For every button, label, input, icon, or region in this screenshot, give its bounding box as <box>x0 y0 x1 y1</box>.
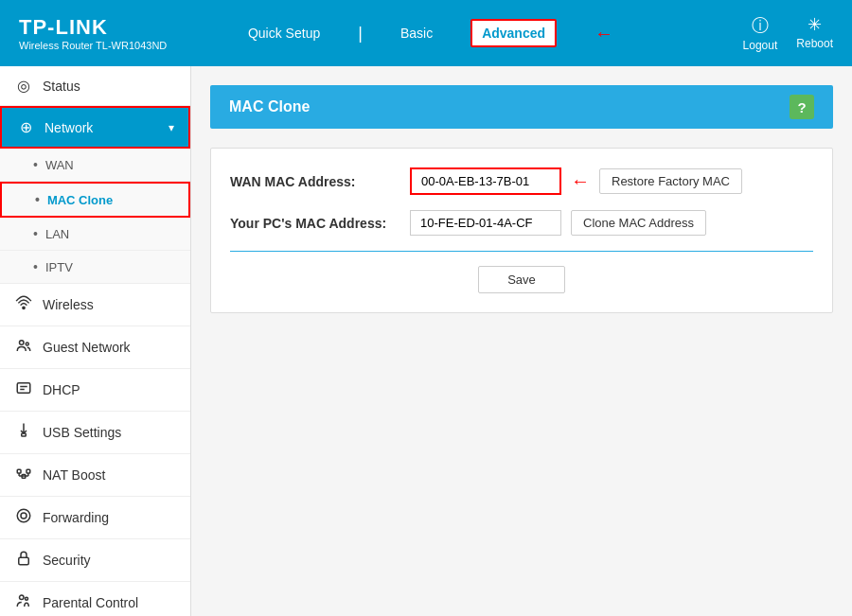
network-sub-items: WAN MAC Clone LAN IPTV <box>0 149 190 284</box>
sidebar-item-usb-settings[interactable]: USB Settings <box>0 412 190 454</box>
logout-icon: ⓘ <box>752 14 769 37</box>
sidebar-usb-label: USB Settings <box>43 425 176 440</box>
save-button[interactable]: Save <box>478 266 565 293</box>
usb-icon <box>14 422 33 443</box>
sidebar-item-parental-control[interactable]: Parental Control <box>0 582 190 616</box>
clone-mac-button[interactable]: Clone MAC Address <box>571 210 706 236</box>
logo-sub: Wireless Router TL-WR1043ND <box>19 40 167 51</box>
pc-mac-row: Your PC's MAC Address: Clone MAC Address <box>230 210 813 236</box>
sidebar-item-network[interactable]: ⊕ Network ▾ <box>0 106 190 149</box>
svg-point-1 <box>20 341 25 345</box>
page-title: MAC Clone <box>229 98 310 115</box>
sidebar-network-label: Network <box>44 120 159 135</box>
status-icon: ◎ <box>14 77 33 95</box>
layout: ◎ Status ⊕ Network ▾ WAN MAC Clone LAN I… <box>0 66 852 616</box>
chevron-down-icon: ▾ <box>169 121 174 134</box>
page-title-bar: MAC Clone ? <box>210 85 833 129</box>
nav-basic[interactable]: Basic <box>391 21 442 45</box>
iptv-label: IPTV <box>45 260 73 274</box>
sidebar-guest-network-label: Guest Network <box>43 340 176 355</box>
advanced-arrow-icon: ← <box>595 23 613 44</box>
svg-point-0 <box>23 307 25 308</box>
svg-point-18 <box>26 597 28 600</box>
nav-links: Quick Setup | Basic Advanced ← <box>239 19 613 47</box>
logout-button[interactable]: ⓘ Logout <box>743 14 778 52</box>
svg-point-15 <box>21 513 27 519</box>
sidebar-nat-label: NAT Boost <box>43 467 176 483</box>
forwarding-icon <box>14 507 33 528</box>
lan-label: LAN <box>45 227 69 241</box>
logo-area: TP-LINK Wireless Router TL-WR1043ND <box>19 15 167 51</box>
wan-mac-input[interactable] <box>410 167 561 195</box>
sidebar-item-dhcp[interactable]: DHCP <box>0 369 190 412</box>
sidebar-item-guest-network[interactable]: Guest Network <box>0 326 190 369</box>
sidebar-item-wan[interactable]: WAN <box>0 149 190 182</box>
restore-factory-mac-button[interactable]: Restore Factory MAC <box>599 168 742 194</box>
guest-network-icon <box>14 337 33 358</box>
sidebar-dhcp-label: DHCP <box>43 382 176 397</box>
svg-point-14 <box>17 509 30 522</box>
svg-rect-7 <box>17 469 21 473</box>
form-divider <box>230 251 813 252</box>
wan-mac-label: WAN MAC Address: <box>230 174 400 189</box>
sidebar-item-status[interactable]: ◎ Status <box>0 66 190 106</box>
sidebar-parental-label: Parental Control <box>43 595 176 610</box>
sidebar: ◎ Status ⊕ Network ▾ WAN MAC Clone LAN I… <box>0 66 191 616</box>
sidebar-item-nat-boost[interactable]: NAT Boost <box>0 454 190 497</box>
sidebar-status-label: Status <box>43 79 176 94</box>
mac-clone-label: MAC Clone <box>47 193 113 207</box>
sidebar-item-wireless[interactable]: Wireless <box>0 284 190 326</box>
sidebar-security-label: Security <box>43 553 176 568</box>
parental-icon <box>14 592 33 613</box>
sidebar-item-lan[interactable]: LAN <box>0 218 190 251</box>
svg-rect-16 <box>19 557 29 565</box>
nat-icon <box>14 465 33 485</box>
network-icon: ⊕ <box>16 118 35 136</box>
sidebar-item-mac-clone[interactable]: MAC Clone <box>0 182 190 218</box>
security-icon <box>14 550 33 571</box>
svg-rect-6 <box>22 433 27 436</box>
svg-point-17 <box>20 595 25 600</box>
main-content: MAC Clone ? WAN MAC Address: ← Restore F… <box>191 66 852 616</box>
logo-text: TP-LINK <box>19 15 167 40</box>
sidebar-forwarding-label: Forwarding <box>43 510 176 525</box>
help-button[interactable]: ? <box>790 95 814 119</box>
dhcp-icon <box>14 379 33 400</box>
save-row: Save <box>230 266 813 293</box>
svg-rect-3 <box>17 383 30 394</box>
reboot-button[interactable]: ✳ Reboot <box>796 14 833 52</box>
header-btn-group: ⓘ Logout ✳ Reboot <box>743 14 833 52</box>
logout-label: Logout <box>743 39 778 52</box>
wan-mac-row: WAN MAC Address: ← Restore Factory MAC <box>230 167 813 195</box>
sidebar-item-forwarding[interactable]: Forwarding <box>0 497 190 539</box>
reboot-icon: ✳ <box>808 14 822 35</box>
nav-quick-setup[interactable]: Quick Setup <box>239 21 329 45</box>
svg-point-2 <box>26 343 28 345</box>
sidebar-wireless-label: Wireless <box>43 297 176 312</box>
header: TP-LINK Wireless Router TL-WR1043ND Quic… <box>0 0 852 66</box>
svg-rect-8 <box>27 469 30 473</box>
reboot-label: Reboot <box>796 37 833 50</box>
sidebar-item-security[interactable]: Security <box>0 539 190 582</box>
sidebar-item-iptv[interactable]: IPTV <box>0 251 190 284</box>
nav-divider: | <box>358 24 363 44</box>
wan-label: WAN <box>45 158 74 172</box>
wan-arrow-icon: ← <box>571 170 590 192</box>
pc-mac-label: Your PC's MAC Address: <box>230 216 400 231</box>
pc-mac-input[interactable] <box>410 210 561 236</box>
form-section: WAN MAC Address: ← Restore Factory MAC Y… <box>210 148 833 313</box>
wireless-icon <box>14 294 33 315</box>
nav-advanced[interactable]: Advanced <box>470 19 557 47</box>
